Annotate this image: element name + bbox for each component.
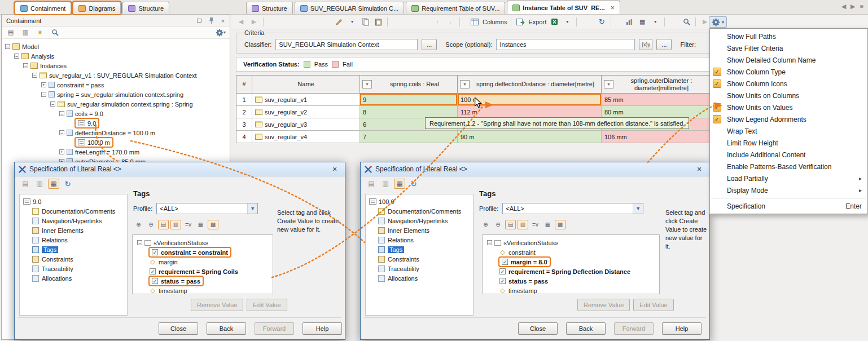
name-cell[interactable]: suv_regular_v3: [252, 118, 360, 131]
column-header-coils[interactable]: ▼spring.coils : Real: [360, 76, 458, 94]
search-tree-icon[interactable]: [50, 28, 60, 38]
tab-diagrams[interactable]: Diagrams: [73, 2, 121, 14]
menu-item-load-partially[interactable]: Load Partially▸: [710, 172, 867, 184]
tag-row-requirement[interactable]: ✓requirement = Spring Deflection Distanc…: [483, 267, 659, 276]
export-icon[interactable]: [515, 17, 525, 27]
row-number-cell[interactable]: 2: [236, 106, 252, 118]
columns-button[interactable]: Columns: [483, 19, 507, 25]
delete-value-icon[interactable]: ⊖: [146, 220, 156, 229]
tag-row-timestamp[interactable]: ◇timestamp: [483, 286, 659, 295]
tag-row-constraint[interactable]: ◇constraint: [483, 247, 659, 257]
tree-item-constraints[interactable]: Constraints: [20, 254, 127, 264]
menu-item-show-units-on-values[interactable]: ✓Show Units on Values: [710, 101, 867, 113]
pin-panel-icon[interactable]: [207, 17, 215, 25]
grid-view-icon[interactable]: ▦: [542, 220, 553, 229]
expander-icon[interactable]: −: [137, 240, 142, 245]
stacked-view-icon[interactable]: ▦: [48, 179, 59, 189]
menu-item-enable-patterns-based-verification[interactable]: Enable Patterns-Based Verification: [710, 161, 867, 172]
menu-item-show-full-paths[interactable]: Show Full Paths: [710, 30, 867, 42]
filter-icon[interactable]: ▼: [362, 80, 372, 88]
name-cell[interactable]: suv_regular_v4: [252, 131, 360, 143]
close-button[interactable]: Close: [159, 322, 198, 335]
expander-icon[interactable]: −: [59, 130, 64, 135]
group-view-icon[interactable]: ▤: [505, 220, 516, 229]
remove-value-button[interactable]: Remove Value: [191, 299, 243, 311]
expander-icon[interactable]: −: [50, 101, 55, 107]
tree-item-spring-instance[interactable]: −suv_regular simulation context.spring :…: [2, 99, 230, 109]
favorites-icon[interactable]: ★: [35, 28, 45, 38]
table-options-gear-button[interactable]: ▾: [709, 16, 727, 28]
filter-icon[interactable]: ▼: [460, 80, 470, 88]
menu-item-wrap-text[interactable]: Wrap Text: [710, 125, 867, 137]
list-view-icon[interactable]: ▤: [20, 179, 31, 189]
expander-icon[interactable]: −: [41, 92, 46, 97]
tab-structure[interactable]: Structure: [122, 2, 169, 14]
expression-button[interactable]: {x}y: [639, 39, 652, 50]
edit-pencil-icon[interactable]: [334, 17, 344, 27]
export-button[interactable]: Export: [528, 19, 546, 25]
search-icon[interactable]: [681, 17, 691, 27]
expander-icon[interactable]: −: [14, 54, 19, 59]
nav-back-icon[interactable]: ◀: [236, 17, 246, 27]
back-button[interactable]: Back: [566, 322, 606, 335]
row-number-cell[interactable]: 4: [236, 131, 252, 143]
help-button[interactable]: Help: [303, 322, 342, 335]
refresh-icon[interactable]: ↻: [597, 17, 607, 27]
tree-item-instances[interactable]: −Instances: [2, 61, 230, 70]
tree-item-coils[interactable]: −coils = 9.0: [2, 109, 230, 118]
show-values-icon[interactable]: =v: [183, 220, 194, 229]
tree-view-icon[interactable]: ▥: [380, 179, 391, 189]
group-view-icon[interactable]: ▤: [158, 220, 169, 229]
menu-item-display-mode[interactable]: Display Mode▸: [710, 184, 867, 196]
tree-item-documentation[interactable]: Documentation/Comments: [366, 206, 473, 216]
scope-browse-button[interactable]: ...: [656, 39, 672, 50]
column-header-deflection[interactable]: ▼spring.deflectionDistance : diameter[me…: [458, 76, 602, 94]
tag-row-status[interactable]: ✓status = pass: [483, 276, 659, 286]
close-panel-icon[interactable]: ×: [219, 17, 227, 25]
refresh-icon[interactable]: ↻: [408, 179, 419, 189]
paste-icon[interactable]: [373, 17, 383, 27]
move-down-icon[interactable]: ↓: [445, 17, 455, 27]
close-button[interactable]: Close: [518, 322, 558, 335]
next-tab-icon[interactable]: ▶: [851, 3, 855, 10]
menu-item-show-column-type[interactable]: ✓Show Column Type: [710, 66, 867, 78]
expander-icon[interactable]: −: [487, 240, 492, 245]
tree-item-relations[interactable]: Relations: [366, 235, 473, 245]
scope-field[interactable]: Instances: [496, 39, 635, 50]
tab-instance-table[interactable]: Instance Table of SUV_RE...×: [507, 1, 620, 14]
stacked-view-icon[interactable]: ▦: [394, 179, 405, 189]
name-cell[interactable]: suv_regular_v2: [252, 106, 360, 118]
expander-icon[interactable]: −: [59, 111, 64, 116]
edit-dropdown-icon[interactable]: ▾: [347, 17, 357, 27]
tab-simulation-context[interactable]: SUV_REGULAR Simulation C...: [295, 2, 405, 14]
tab-requirement-table[interactable]: Requirement Table of SUV...: [406, 2, 505, 14]
view-mode-dropdown-icon[interactable]: ▾: [650, 17, 660, 27]
tree-item-relations[interactable]: Relations: [20, 235, 127, 245]
flat-view-icon[interactable]: ▥: [518, 220, 528, 229]
containment-panel-header[interactable]: Containment ×: [2, 15, 230, 26]
tree-item-analysis[interactable]: −Analysis: [2, 51, 230, 61]
menu-item-show-units-on-columns[interactable]: Show Units on Columns: [710, 90, 867, 101]
tree-item-allocations[interactable]: Allocations: [366, 273, 473, 283]
tree-item-spring-slot[interactable]: −spring = suv_regular simulation context…: [2, 90, 230, 99]
nav-forward-icon[interactable]: ▶: [249, 17, 259, 27]
list-view-icon[interactable]: ▤: [366, 179, 377, 189]
menu-item-save-filter-criteria[interactable]: Save Filter Criteria: [710, 42, 867, 54]
close-tab-icon[interactable]: ×: [611, 4, 615, 12]
tree-item-traceability[interactable]: Traceability: [20, 264, 127, 273]
show-values-icon[interactable]: =v: [530, 220, 541, 229]
row-number-cell[interactable]: 3: [236, 118, 252, 131]
tree-item-root-value[interactable]: 100.0: [366, 197, 473, 206]
tree-item-freelength[interactable]: +freeLength = 170.0 mm: [2, 147, 230, 157]
delete-value-icon[interactable]: ⊖: [493, 220, 503, 229]
column-header-name[interactable]: Name: [252, 76, 360, 94]
stereotype-row[interactable]: −«VerificationStatus»: [483, 238, 659, 247]
row-number-cell[interactable]: 1: [236, 94, 252, 106]
tree-item-tags[interactable]: Tags: [366, 245, 473, 254]
outerdiameter-cell[interactable]: 85 mm: [602, 94, 710, 106]
default-view-icon[interactable]: ▩: [208, 220, 218, 229]
tag-row-margin[interactable]: ✓margin = 8.0: [483, 257, 659, 267]
default-view-icon[interactable]: ▩: [555, 220, 565, 229]
menu-item-show-column-icons[interactable]: ✓Show Column Icons: [710, 78, 867, 90]
tab-containment[interactable]: Containment: [15, 2, 71, 14]
